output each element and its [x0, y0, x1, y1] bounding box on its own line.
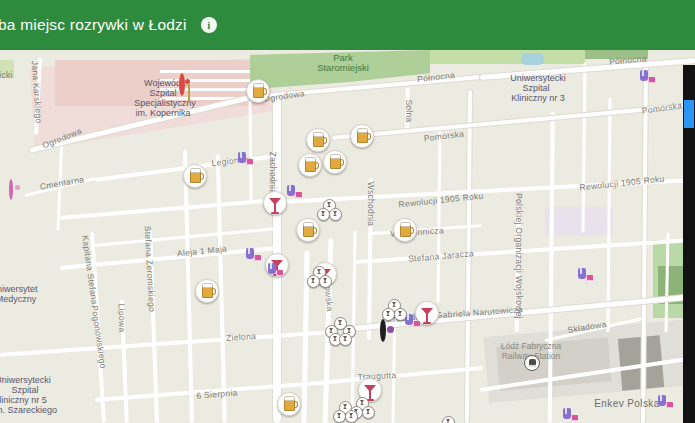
cluster-mini-circle[interactable]	[339, 333, 352, 346]
cluster-mini-circle[interactable]	[362, 406, 375, 419]
map-label: Szpital	[522, 83, 549, 93]
scrollbar-thumb[interactable]	[684, 100, 694, 128]
selected-point-marker-icon[interactable]	[380, 322, 386, 340]
map-label: Wschodnia	[366, 182, 376, 227]
amber-building-icon	[188, 85, 190, 103]
header-bar: ba miejsc rozrywki w Łodzi i	[0, 0, 695, 50]
road-segment	[437, 130, 442, 302]
beer-marker-icon[interactable]	[277, 392, 301, 416]
beer-marker-icon[interactable]	[195, 279, 219, 303]
map-label: Uniwersytecki	[0, 375, 51, 385]
scrollbar-track[interactable]	[683, 65, 695, 423]
map-label: Szpital	[149, 88, 176, 98]
road-segment	[183, 150, 194, 423]
map-label: Lipowa	[117, 303, 128, 332]
railway-station-icon	[524, 355, 540, 371]
map-label: Pogonowskiego	[90, 305, 109, 370]
map-label: im. Kopernika	[135, 108, 190, 118]
map-label: Solna	[404, 99, 414, 122]
beer-marker-icon[interactable]	[306, 128, 330, 152]
map-label: Staromiejski	[317, 62, 369, 73]
beer-marker-icon[interactable]	[183, 164, 207, 188]
beer-marker-icon[interactable]	[298, 153, 322, 177]
map-label: Specjalistyczny	[134, 98, 196, 108]
map-label: Stefana Jaracza	[408, 248, 475, 264]
cluster-mini-circle[interactable]	[394, 308, 407, 321]
cocktail-marker-icon[interactable]	[263, 191, 287, 215]
map-label: Zielona	[226, 331, 257, 343]
cluster-mini-circle[interactable]	[319, 275, 332, 288]
app-window: ba miejsc rozrywki w Łodzi i ickiJana Ka…	[0, 0, 695, 423]
pond	[521, 53, 544, 65]
map-label: Polskiej Organizacji Wojskowej	[514, 193, 524, 319]
map-label: Kliniczny nr 3	[511, 93, 565, 103]
map-label: Cmentarna	[39, 174, 85, 192]
beer-marker-icon[interactable]	[350, 124, 374, 148]
map-label: Medyczny	[0, 294, 36, 304]
road-segment	[0, 330, 332, 357]
map-label: Zachodnia	[268, 152, 278, 194]
cluster-mini-circle[interactable]	[442, 416, 455, 423]
info-icon[interactable]: i	[201, 17, 217, 33]
attraction-ring-icon	[9, 181, 13, 199]
lavender-block	[545, 207, 613, 235]
road-segment	[332, 103, 695, 140]
park-strip-area	[430, 50, 585, 64]
map-label: Enkev Polska	[594, 398, 659, 409]
map-label: Rewolucji 1905 Roku	[579, 174, 665, 193]
beer-marker-icon[interactable]	[246, 79, 270, 103]
map-label: Łódź Fabryczna	[501, 341, 561, 351]
road-segment	[60, 198, 277, 219]
beer-marker-icon[interactable]	[296, 218, 320, 242]
map-canvas[interactable]: ickiJana KarskiegoOgrodowaOgrodowaParkSt…	[0, 50, 695, 423]
hospital-emergency-icon	[179, 76, 185, 94]
map-label: Uniwersytecki	[510, 73, 566, 83]
page-title: ba miejsc rozrywki w Łodzi	[0, 16, 187, 34]
map-label: Uniwersytet	[0, 284, 38, 294]
beer-marker-icon[interactable]	[393, 218, 417, 242]
map-label: 6 Sierpnia	[196, 387, 238, 401]
beer-marker-icon[interactable]	[323, 150, 347, 174]
map-label: icki	[0, 70, 13, 80]
cluster-mini-circle[interactable]	[329, 208, 342, 221]
cluster-mini-circle[interactable]	[345, 410, 358, 423]
map-label: im. Szareckiego	[0, 405, 57, 415]
map-label: Szpital	[11, 385, 38, 395]
map-label: Kliniczny nr 5	[0, 395, 47, 405]
